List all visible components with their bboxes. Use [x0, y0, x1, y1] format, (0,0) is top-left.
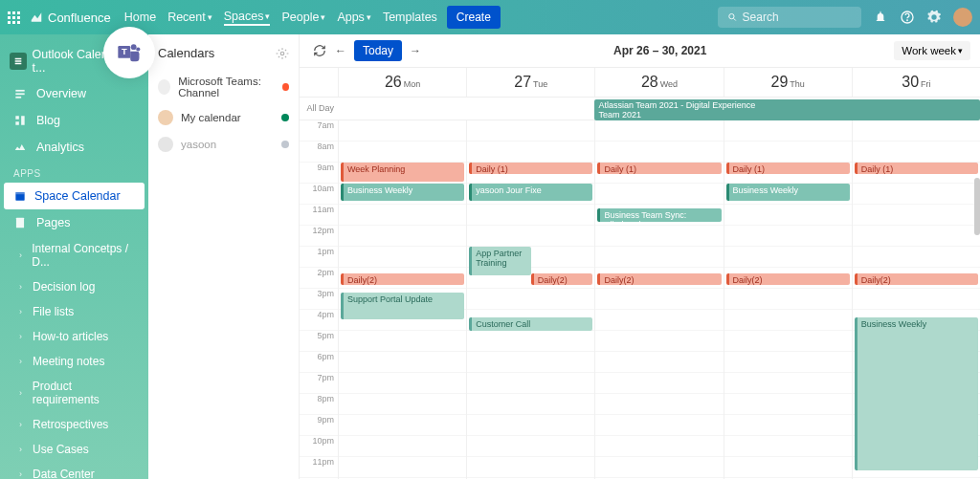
chevron-right-icon: ›	[19, 388, 27, 398]
calendar-event[interactable]: App Partner Training	[469, 247, 531, 275]
calendar-event[interactable]: Business Team Sync: Allerhand	[597, 208, 721, 222]
nav-apps[interactable]: Apps▾	[337, 11, 371, 24]
date-range: Apr 26 – 30, 2021	[426, 44, 894, 57]
search-input[interactable]	[743, 11, 852, 24]
nav-recent[interactable]: Recent▾	[167, 11, 212, 24]
calendar-color-dot	[281, 114, 289, 121]
hour-label: 8am	[300, 142, 338, 163]
calendar-event[interactable]: Daily (1)	[726, 163, 850, 174]
sidebar-analytics[interactable]: Analytics	[0, 134, 148, 161]
day-header: 27Tue	[466, 68, 594, 97]
day-column[interactable]: Daily (1)Business WeeklyDaily(2)	[724, 120, 852, 479]
chevron-right-icon: ›	[19, 420, 27, 429]
hour-label: 3pm	[300, 289, 338, 310]
nav-home[interactable]: Home	[124, 11, 156, 24]
day-column[interactable]: Daily (1)Business Team Sync: AllerhandDa…	[594, 120, 723, 479]
apps-section-label: APPS	[0, 161, 148, 183]
calendar-event[interactable]: Week Planning	[341, 163, 464, 182]
top-icons	[873, 8, 972, 27]
search-box[interactable]	[718, 7, 861, 28]
calendar-event[interactable]: Business Weekly	[341, 184, 464, 201]
tree-item[interactable]: ›File lists	[0, 299, 148, 324]
tree-item[interactable]: ›Internal Concetps / D...	[0, 236, 148, 274]
sidebar-overview[interactable]: Overview	[0, 80, 148, 107]
notification-icon[interactable]	[873, 10, 888, 25]
calendar-event[interactable]: Support Portal Update	[341, 293, 464, 319]
refresh-button[interactable]	[309, 40, 330, 61]
calendar-event[interactable]: Daily(2)	[726, 273, 850, 285]
calendar-avatar	[158, 110, 173, 125]
day-header: 28Wed	[594, 68, 723, 97]
calendar-event[interactable]: Daily(2)	[855, 273, 978, 285]
tree-item[interactable]: ›Use Cases	[0, 437, 148, 462]
scrollbar[interactable]	[974, 178, 980, 235]
tree-item[interactable]: ›Decision log	[0, 274, 148, 299]
user-avatar[interactable]	[953, 8, 972, 27]
app-switcher-icon[interactable]	[8, 11, 20, 24]
chevron-right-icon: ›	[19, 282, 27, 292]
day-header: 26Mon	[338, 68, 466, 97]
next-button[interactable]: →	[405, 40, 426, 61]
chevron-right-icon: ›	[19, 445, 27, 454]
calendar-event[interactable]: Daily(2)	[341, 273, 464, 285]
hour-label: 2pm	[300, 268, 338, 289]
calendar-avatar	[158, 79, 170, 95]
calendar-event[interactable]: Daily (1)	[469, 163, 592, 174]
overview-icon	[13, 87, 27, 100]
calendar-event[interactable]: Business Weekly	[855, 317, 978, 470]
calendar-event[interactable]: Business Weekly	[726, 184, 850, 201]
chevron-right-icon: ›	[19, 250, 26, 260]
prev-button[interactable]: ←	[330, 40, 351, 61]
hour-label: 12pm	[300, 226, 338, 247]
calendar-event[interactable]: Customer Call	[469, 317, 592, 331]
hour-label: 6pm	[300, 352, 338, 373]
hour-label: 10pm	[300, 436, 338, 457]
today-button[interactable]: Today	[354, 40, 402, 61]
pages-icon	[13, 216, 27, 229]
tree-item[interactable]: ›How-to articles	[0, 324, 148, 349]
chevron-right-icon: ›	[19, 332, 27, 341]
sidebar-blog[interactable]: Blog	[0, 107, 148, 134]
nav-people[interactable]: People▾	[281, 11, 325, 24]
calendar-event[interactable]: Daily(2)	[597, 273, 721, 285]
day-column[interactable]: Week PlanningBusiness WeeklyDaily(2)Supp…	[338, 120, 466, 479]
hour-label: 1pm	[300, 247, 338, 268]
tree-item[interactable]: ›Data Center	[0, 462, 148, 479]
day-column[interactable]: Daily (1)Daily(2)Business Weekly	[852, 120, 980, 479]
sidebar: Outlook Calendar t... OverviewBlogAnalyt…	[0, 34, 148, 479]
calendar-grid[interactable]: 7am8am9am10am11am12pm1pm2pm3pm4pm5pm6pm7…	[300, 120, 980, 479]
chevron-right-icon: ›	[19, 469, 27, 479]
allday-event[interactable]: Atlassian Team 2021 - Digital Experience…	[594, 99, 980, 120]
svg-rect-10	[15, 97, 21, 98]
day-column[interactable]: Daily (1)yasoon Jour FixeApp Partner Tra…	[466, 120, 594, 479]
view-selector[interactable]: Work week▾	[894, 41, 970, 60]
calendar-row[interactable]: yasoon	[156, 131, 291, 158]
chevron-right-icon: ›	[19, 357, 27, 366]
tree-item[interactable]: ›Meeting notes	[0, 349, 148, 374]
nav-templates[interactable]: Templates	[383, 11, 437, 24]
create-button[interactable]: Create	[447, 6, 501, 29]
calendars-settings-icon[interactable]	[276, 47, 289, 60]
calendar-row[interactable]: Microsoft Teams: Channel	[156, 70, 291, 104]
calendar-list-panel: Calendars Microsoft Teams: ChannelMy cal…	[148, 34, 300, 479]
day-headers: 26Mon27Tue28Wed29Thu30Fri	[300, 68, 980, 98]
help-icon[interactable]	[900, 10, 915, 25]
pages-header[interactable]: Pages	[0, 209, 148, 236]
tree-item[interactable]: ›Retrospectives	[0, 412, 148, 437]
calendar-event[interactable]: Daily(2)	[531, 273, 593, 285]
calendar-color-dot	[282, 83, 289, 91]
calendar-event[interactable]: Daily (1)	[597, 163, 721, 174]
blog-icon	[13, 114, 27, 127]
settings-icon[interactable]	[926, 10, 942, 25]
svg-point-0	[729, 13, 734, 18]
tree-item[interactable]: ›Product requirements	[0, 374, 148, 412]
product-logo[interactable]: Confluence	[30, 11, 111, 25]
nav-spaces[interactable]: Spaces▾	[224, 10, 271, 26]
calendar-event[interactable]: yasoon Jour Fixe	[469, 184, 592, 201]
calendar-avatar	[158, 137, 173, 152]
sidebar-app-space-calendar[interactable]: Space Calendar	[4, 183, 145, 209]
calendar-event[interactable]: Daily (1)	[855, 163, 978, 174]
allday-row: All Day Atlassian Team 2021 - Digital Ex…	[300, 98, 980, 120]
calendar-row[interactable]: My calendar	[156, 104, 291, 131]
teams-badge-icon: T	[103, 27, 155, 78]
